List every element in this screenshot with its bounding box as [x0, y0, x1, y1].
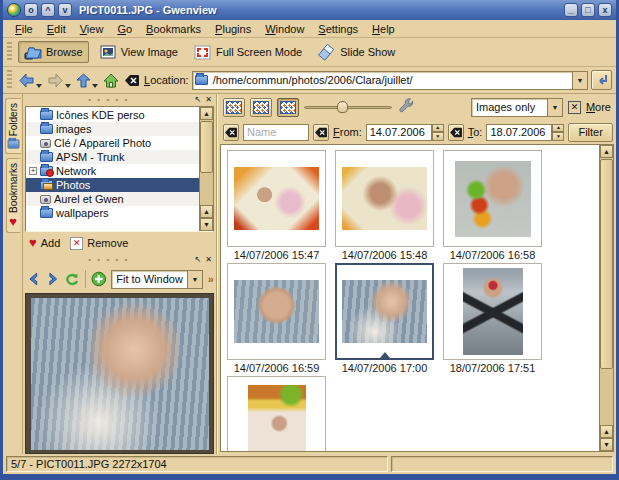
- clear-from-date-button[interactable]: [313, 124, 329, 141]
- thumbnail-1700-selected[interactable]: [335, 263, 434, 360]
- clear-name-button[interactable]: [223, 124, 239, 141]
- back-button[interactable]: [17, 72, 43, 89]
- toolbar-overflow-chevron-icon[interactable]: »: [208, 273, 212, 285]
- thumbnail-partial[interactable]: [227, 376, 326, 451]
- forward-dropdown-arrow[interactable]: [65, 84, 71, 88]
- up-dropdown-arrow[interactable]: [92, 84, 98, 88]
- menu-window[interactable]: Window: [259, 22, 310, 36]
- wrench-icon[interactable]: [397, 98, 417, 116]
- sticky-button[interactable]: o: [24, 3, 38, 17]
- tab-folders[interactable]: Folders: [5, 98, 21, 154]
- thumbnail-1658[interactable]: [443, 150, 542, 247]
- tree-item-cle-appareil-photo[interactable]: Clé / Appareil Photo: [26, 136, 199, 150]
- tree-item-wallpapers[interactable]: wallpapers: [26, 206, 199, 220]
- scrollbar-thumb[interactable]: [200, 121, 213, 173]
- location-dropdown-arrow[interactable]: ▼: [572, 72, 587, 89]
- menu-edit[interactable]: Edit: [41, 22, 72, 36]
- menu-go[interactable]: Go: [111, 22, 138, 36]
- tree-item-images[interactable]: images: [26, 122, 199, 136]
- next-image-button[interactable]: [46, 272, 60, 286]
- thumbnail-1751[interactable]: [443, 263, 542, 360]
- clear-location-button[interactable]: [123, 73, 141, 88]
- remove-bookmark-button[interactable]: ✕ Remove: [70, 237, 128, 250]
- thumbnail-scrollbar[interactable]: ▲ ▲ ▼: [599, 145, 613, 451]
- reload-button[interactable]: [64, 272, 80, 287]
- shade-button[interactable]: ^: [41, 3, 55, 17]
- scroll-up-icon[interactable]: ▲: [600, 425, 613, 438]
- filter-button[interactable]: Filter: [568, 123, 612, 142]
- view-image-button[interactable]: View Image: [93, 41, 184, 63]
- to-date-spinbox[interactable]: 18.07.2006 ▲▼: [486, 124, 564, 141]
- menu-plugins[interactable]: Plugins: [209, 22, 257, 36]
- menu-settings[interactable]: Settings: [312, 22, 364, 36]
- scrollbar-thumb[interactable]: [600, 159, 613, 369]
- menu-file[interactable]: File: [9, 22, 39, 36]
- spin-down-icon[interactable]: ▼: [552, 132, 564, 141]
- browse-button[interactable]: Browse: [18, 41, 89, 63]
- menu-view[interactable]: View: [74, 22, 110, 36]
- zoom-mode-dropdown-arrow[interactable]: ▼: [187, 271, 202, 288]
- spin-up-icon[interactable]: ▲: [552, 124, 564, 133]
- titlebar[interactable]: o ^ v PICT0011.JPG - Gwenview _ □ x: [3, 0, 616, 20]
- slider-handle[interactable]: [337, 101, 348, 113]
- from-date-value[interactable]: 14.07.2006: [366, 124, 432, 141]
- forward-button[interactable]: [46, 72, 72, 89]
- home-button[interactable]: [102, 72, 120, 89]
- minimize-button[interactable]: _: [564, 3, 578, 17]
- folders-dock-handle[interactable]: • • • • •: [25, 96, 193, 104]
- from-date-spinbox[interactable]: 14.07.2006 ▲▼: [366, 124, 444, 141]
- menu-bookmarks[interactable]: Bookmarks: [140, 22, 207, 36]
- location-drag-handle[interactable]: [7, 70, 12, 90]
- scroll-down-icon[interactable]: ▼: [200, 218, 213, 231]
- folders-dock-float-icon[interactable]: ↖: [193, 96, 204, 104]
- preview-photo[interactable]: [31, 298, 209, 450]
- close-button[interactable]: x: [598, 3, 612, 17]
- to-date-value[interactable]: 18.07.2006: [486, 124, 552, 141]
- back-dropdown-arrow[interactable]: [36, 84, 42, 88]
- scroll-up-icon[interactable]: ▲: [600, 145, 613, 158]
- tree-item-apsm-trunk[interactable]: APSM - Trunk: [26, 150, 199, 164]
- preview-dock-close-icon[interactable]: ✕: [203, 256, 214, 264]
- go-button[interactable]: [591, 70, 612, 90]
- filter-type-dropdown-arrow[interactable]: ▼: [547, 99, 562, 116]
- scroll-up-icon[interactable]: ▲: [200, 107, 213, 120]
- tree-item-aurel-et-gwen[interactable]: Aurel et Gwen: [26, 192, 199, 206]
- slide-show-button[interactable]: Slide Show: [312, 41, 401, 63]
- toolbar-drag-handle[interactable]: [7, 42, 12, 62]
- folder-tree-scrollbar[interactable]: ▲ ▲ ▼: [199, 107, 213, 231]
- previous-image-button[interactable]: [27, 272, 41, 286]
- view-mode-details-button[interactable]: [277, 98, 299, 117]
- spin-up-icon[interactable]: ▲: [432, 124, 444, 133]
- view-mode-list-button[interactable]: [223, 98, 245, 117]
- thumbnail-1659[interactable]: [227, 263, 326, 360]
- tree-item-network[interactable]: + Network: [26, 164, 199, 178]
- more-button[interactable]: More: [586, 101, 611, 113]
- full-screen-button[interactable]: Full Screen Mode: [188, 41, 308, 63]
- scroll-up-icon[interactable]: ▲: [200, 205, 213, 218]
- close-filter-bar-icon[interactable]: ✕: [568, 101, 581, 114]
- tab-bookmarks[interactable]: Bookmarks ♥: [6, 158, 20, 233]
- tree-item-photos[interactable]: Photos: [26, 178, 199, 192]
- thumbnail-1548[interactable]: [335, 150, 434, 247]
- zoom-mode-combobox[interactable]: Fit to Window ▼: [111, 270, 203, 289]
- spin-down-icon[interactable]: ▼: [432, 132, 444, 141]
- up-button[interactable]: [75, 72, 99, 89]
- window-menu-button[interactable]: v: [58, 3, 72, 17]
- tree-item-icones-kde-perso[interactable]: Icônes KDE perso: [26, 108, 199, 122]
- name-filter-input[interactable]: [243, 124, 309, 141]
- preview-dock-handle[interactable]: • • • • •: [25, 256, 193, 264]
- filter-type-combobox[interactable]: Images only ▼: [471, 98, 563, 117]
- menu-help[interactable]: Help: [366, 22, 401, 36]
- preview-dock-float-icon[interactable]: ↖: [193, 256, 204, 264]
- location-combobox[interactable]: /home/commun/photos/2006/Clara/juillet/ …: [192, 71, 588, 90]
- clear-to-date-button[interactable]: [448, 124, 464, 141]
- folders-dock-close-icon[interactable]: ✕: [203, 96, 214, 104]
- add-bookmark-button[interactable]: ♥ Add: [29, 237, 60, 249]
- scroll-down-icon[interactable]: ▼: [600, 438, 613, 451]
- view-mode-grid-button[interactable]: [250, 98, 272, 117]
- maximize-button[interactable]: □: [581, 3, 595, 17]
- thumbnail-size-slider[interactable]: [304, 99, 392, 115]
- thumbnail-1547[interactable]: [227, 150, 326, 247]
- zoom-in-button[interactable]: [91, 271, 107, 287]
- expander-plus-icon[interactable]: +: [29, 167, 37, 175]
